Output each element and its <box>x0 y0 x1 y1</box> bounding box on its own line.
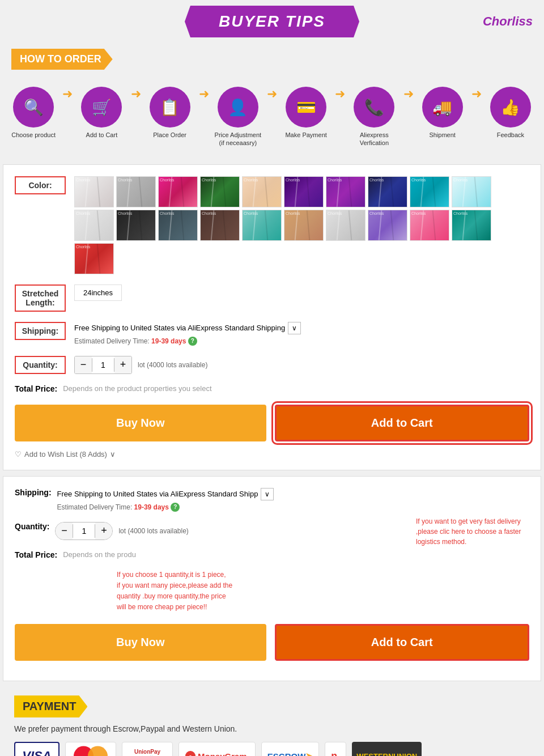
color-swatch-6[interactable]: Chorliss <box>284 176 324 207</box>
length-label: StretchedLength: <box>15 284 66 312</box>
step-verification: 📞 Aliexpress Verfication <box>346 87 402 147</box>
quantity-wrapper: − + lot (4000 lots available) <box>74 356 207 374</box>
quantity-control-2: − + <box>55 522 113 540</box>
step-icon-shipment: 🚚 <box>422 87 463 128</box>
step-icon-cart: 🛒 <box>81 87 122 128</box>
quantity-input[interactable] <box>92 358 114 372</box>
color-grid: Chorliss Chorliss Chorliss Chorliss Chor… <box>74 176 529 274</box>
shipping-label-2: Shipping: <box>15 488 52 497</box>
btn-row-1: Buy Now Add to Cart <box>15 405 529 441</box>
help-icon-2[interactable]: ? <box>171 503 180 512</box>
length-row: StretchedLength: 24inches <box>15 284 529 312</box>
add-to-cart-button-2[interactable]: Add to Cart <box>275 624 530 661</box>
visa-logo: VISA <box>14 742 60 756</box>
buyer-tips-banner: BUYER TIPS <box>185 6 359 37</box>
step-icon-price: 👤 <box>218 87 258 128</box>
shipping-dropdown-2[interactable]: ∨ <box>261 488 274 500</box>
moneygram-icon: $ <box>185 750 196 756</box>
escrow-arrow: ➤ <box>305 751 313 756</box>
shipping-label: Shipping: <box>15 322 66 340</box>
quantity-increase-btn-2[interactable]: + <box>95 523 112 540</box>
product-section-2: Shipping: Free Shipping to United States… <box>3 476 541 682</box>
wish-list[interactable]: ♡ Add to Wish List (8 Adds) ∨ <box>15 450 529 458</box>
color-swatch-4[interactable]: Chorliss <box>200 176 240 207</box>
step-label-payment: Make Payment <box>285 131 326 139</box>
color-swatch-11[interactable]: Chorliss <box>74 210 114 241</box>
neteller-text: n. <box>331 750 340 756</box>
color-swatch-18[interactable]: Chorliss <box>368 210 407 241</box>
color-swatch-20[interactable]: Chorliss <box>452 210 491 241</box>
quantity-callout-row: Quantity: − + lot (4000 lots available) … <box>15 522 529 570</box>
help-icon[interactable]: ? <box>188 337 197 346</box>
color-swatch-15[interactable]: Chorliss <box>242 210 282 241</box>
steps-container: 🔍 Choose product ➜ 🛒 Add to Cart ➜ 📋 Pla… <box>0 75 544 159</box>
quantity-decrease-btn-2[interactable]: − <box>56 523 73 540</box>
step-label-cart: Add to Cart <box>86 131 118 139</box>
btn-row-2: Buy Now Add to Cart <box>15 624 529 661</box>
product-section-1: Color: Chorliss Chorliss Chorliss Chorli… <box>3 164 541 470</box>
length-btn[interactable]: 24inches <box>74 284 122 301</box>
step-icon-verification: 📞 <box>354 87 394 128</box>
page-header: BUYER TIPS Chorliss <box>0 0 544 43</box>
wish-list-dropdown-arrow[interactable]: ∨ <box>110 450 116 458</box>
quantity-row-2: Quantity: − + lot (4000 lots available) <box>15 522 405 540</box>
delivery-label: Estimated Delivery Time: <box>74 337 150 345</box>
color-swatch-16[interactable]: Chorliss <box>284 210 324 241</box>
step-label-order: Place Order <box>153 131 186 139</box>
color-label: Color: <box>15 176 66 194</box>
color-swatch-5[interactable]: Chorliss <box>242 176 282 207</box>
quantity-increase-btn[interactable]: + <box>114 356 131 373</box>
step-choose-product: 🔍 Choose product <box>6 87 61 139</box>
step-label-price: Price Adjustment (if neceaasry) <box>212 131 264 147</box>
delivery-days-2: 19-39 days <box>134 503 169 511</box>
step-shipment: 🚚 Shipment <box>415 87 470 139</box>
buy-now-button-2[interactable]: Buy Now <box>15 624 266 661</box>
color-swatch-8[interactable]: Chorliss <box>368 176 407 207</box>
western-union-text-top: WESTERN <box>356 752 393 756</box>
quantity-decrease-btn[interactable]: − <box>75 356 92 373</box>
quantity-row: Quantity: − + lot (4000 lots available) <box>15 356 529 374</box>
quantity-available: lot (4000 lots available) <box>138 361 207 369</box>
total-price-label-2: Total Price: <box>15 550 57 559</box>
quantity-control: − + <box>74 356 132 374</box>
color-swatch-14[interactable]: Chorliss <box>200 210 240 241</box>
buy-now-button[interactable]: Buy Now <box>15 405 266 441</box>
add-to-cart-button[interactable]: Add to Cart <box>275 405 530 441</box>
payment-label: PAYMENT <box>14 695 87 717</box>
color-swatch-19[interactable]: Chorliss <box>410 210 449 241</box>
shipping-value-wrapper: Free Shipping to United States via AliEx… <box>74 322 301 346</box>
color-swatch-12[interactable]: Chorliss <box>116 210 156 241</box>
western-union-logo: WESTERN UNION <box>352 742 422 756</box>
shipping-wrapper-2: Free Shipping to United States via AliEx… <box>57 488 274 512</box>
how-to-order-label: HOW TO ORDER <box>11 49 113 70</box>
quantity-area-2: Quantity: − + lot (4000 lots available) … <box>15 522 405 570</box>
callout-quantity-area: If you choose 1 quantity,it is 1 piece, … <box>15 570 529 613</box>
shipping-dropdown-arrow[interactable]: ∨ <box>288 322 301 334</box>
step-feedback: 👍 Feedback <box>483 87 538 139</box>
quantity-input-2[interactable] <box>73 524 95 538</box>
color-swatch-17[interactable]: Chorliss <box>326 210 366 241</box>
color-swatch-2[interactable]: Chorliss <box>116 176 156 207</box>
western-union-text-bottom: UNION <box>393 752 417 756</box>
arrow-2: ➜ <box>131 87 141 118</box>
color-swatch-7[interactable]: Chorliss <box>326 176 366 207</box>
mc-yellow-circle <box>88 746 108 756</box>
color-swatch-9[interactable]: Chorliss <box>410 176 449 207</box>
step-add-cart: 🛒 Add to Cart <box>74 87 129 139</box>
color-swatch-10[interactable]: Chorliss <box>452 176 491 207</box>
callout-shipping-text: If you want to get very fast delivery ,p… <box>416 516 529 547</box>
color-swatch-13[interactable]: Chorliss <box>158 210 198 241</box>
arrow-4: ➜ <box>267 87 277 118</box>
step-icon-order: 📋 <box>150 87 190 128</box>
step-icon-choose: 🔍 <box>13 87 54 128</box>
color-swatch-1[interactable]: Chorliss <box>74 176 114 207</box>
escrow-text: ESCROW <box>267 751 306 756</box>
color-swatch-21[interactable]: Chorliss <box>74 243 114 274</box>
step-label-shipment: Shipment <box>429 131 455 139</box>
color-swatch-3[interactable]: Chorliss <box>158 176 198 207</box>
moneygram-text: MoneyGram. <box>198 751 249 756</box>
step-price-adj: 👤 Price Adjustment (if neceaasry) <box>210 87 266 147</box>
delivery-time-2: Estimated Delivery Time: 19-39 days ? <box>57 503 274 512</box>
step-payment: 💳 Make Payment <box>278 87 334 139</box>
payment-description: We prefer payment through Escrow,Paypal … <box>14 724 530 733</box>
